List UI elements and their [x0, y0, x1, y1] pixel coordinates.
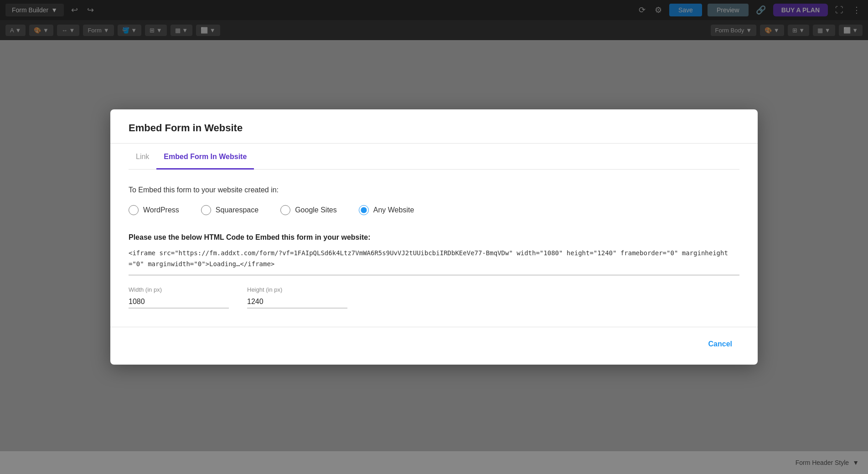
width-label: Width (in px)	[129, 286, 229, 293]
radio-squarespace[interactable]: Squarespace	[201, 205, 258, 215]
height-input[interactable]	[247, 296, 347, 309]
height-field: Height (in px)	[247, 286, 347, 309]
iframe-code: <iframe src="https://fm.addxt.com/form/?…	[129, 248, 739, 270]
code-section-label: Please use the below HTML Code to Embed …	[129, 233, 739, 242]
platform-radio-group: WordPress Squarespace Google Sites Any W…	[129, 205, 739, 215]
cancel-button[interactable]: Cancel	[701, 336, 739, 352]
dialog-footer: Cancel	[110, 327, 758, 365]
tab-link[interactable]: Link	[129, 144, 156, 170]
any-website-label: Any Website	[373, 206, 414, 214]
radio-wordpress[interactable]: WordPress	[129, 205, 179, 215]
width-input[interactable]	[129, 296, 229, 309]
modal-overlay: Embed Form in Website Link Embed Form In…	[0, 0, 868, 474]
embed-instructions: To Embed this form to your website creat…	[129, 186, 739, 194]
dialog-body: Link Embed Form In Website To Embed this…	[110, 144, 758, 327]
squarespace-radio-input[interactable]	[201, 205, 211, 215]
radio-google-sites[interactable]: Google Sites	[280, 205, 337, 215]
embed-form-dialog: Embed Form in Website Link Embed Form In…	[110, 109, 758, 365]
code-box: <iframe src="https://fm.addxt.com/form/?…	[129, 248, 739, 276]
width-field: Width (in px)	[129, 286, 229, 309]
height-label: Height (in px)	[247, 286, 347, 293]
dimensions-row: Width (in px) Height (in px)	[129, 286, 739, 309]
radio-any-website[interactable]: Any Website	[359, 205, 414, 215]
squarespace-label: Squarespace	[216, 206, 258, 214]
any-website-radio-input[interactable]	[359, 205, 369, 215]
tab-embed[interactable]: Embed Form In Website	[156, 144, 254, 170]
wordpress-label: WordPress	[143, 206, 179, 214]
dialog-header: Embed Form in Website	[110, 109, 758, 144]
google-sites-label: Google Sites	[295, 206, 337, 214]
google-sites-radio-input[interactable]	[280, 205, 290, 215]
wordpress-radio-input[interactable]	[129, 205, 139, 215]
tab-bar: Link Embed Form In Website	[129, 144, 739, 170]
dialog-title: Embed Form in Website	[129, 122, 739, 134]
